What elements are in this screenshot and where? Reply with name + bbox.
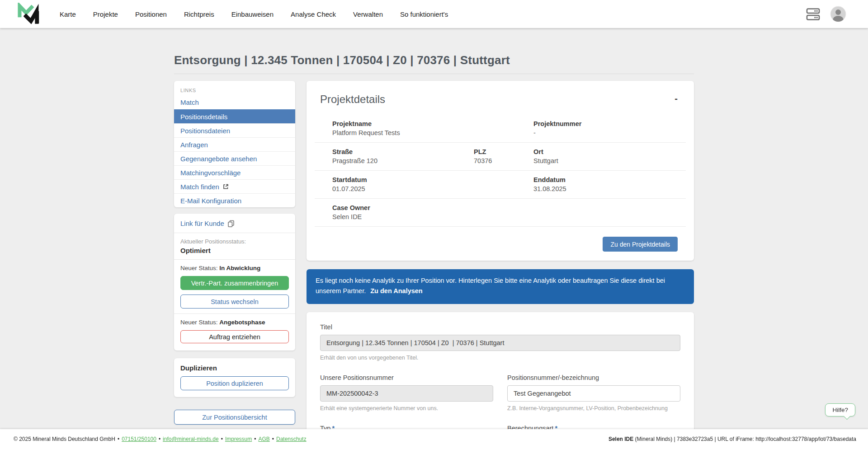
sidebar-item-gegenangebote[interactable]: Gegenangebote ansehen xyxy=(174,151,295,165)
mineral-minds-logo[interactable] xyxy=(16,3,40,25)
form-group-positionsnummer: Unsere Positionsnummer Erhält eine syste… xyxy=(320,374,493,412)
field-startdatum: Startdatum 01.07.2025 xyxy=(332,176,533,192)
field-projektnummer: Projektnummer - xyxy=(533,120,686,136)
bring-partners-together-button[interactable]: Vertr.-Part. zusammenbringen xyxy=(180,276,289,290)
duplicate-card: Duplizieren Position duplizieren xyxy=(174,358,295,397)
customer-link[interactable]: Link für Kunde xyxy=(180,220,235,227)
nav-item-richtpreis[interactable]: Richtpreis xyxy=(184,10,214,18)
bezeichnung-label: Positionsnummer/-bezeichnung xyxy=(507,374,680,381)
phone-link[interactable]: 07151/250100 xyxy=(122,436,156,442)
customer-link-label: Link für Kunde xyxy=(180,220,224,227)
nav-item-karte[interactable]: Karte xyxy=(60,10,76,18)
page-title: Entsorgung | 12.345 Tonnen | 170504 | Z0… xyxy=(174,53,694,67)
datenschutz-link[interactable]: Datenschutz xyxy=(276,436,307,442)
footer-session-details: (Mineral Minds) | 7383e32723a5 | URL of … xyxy=(633,436,856,442)
footer: © 2025 Mineral Minds Deutschland GmbH • … xyxy=(0,429,868,449)
project-details-card: Projektdetails - Projektname Platform Re… xyxy=(307,81,694,261)
field-ort: Ort Stuttgart xyxy=(533,148,686,164)
next-status-2: Neuer Status: Angebotsphase xyxy=(180,319,289,326)
bezeichnung-input[interactable] xyxy=(507,385,680,402)
links-card: LINKS Match Positionsdetails Positionsda… xyxy=(174,81,295,207)
nav-item-positionen[interactable]: Positionen xyxy=(135,10,167,18)
collapse-button[interactable]: - xyxy=(672,93,680,104)
withdraw-order-button[interactable]: Auftrag entziehen xyxy=(180,330,289,343)
sidebar-item-matchingvorschlaege[interactable]: Matchingvorschläge xyxy=(174,165,295,179)
server-dns-icon[interactable] xyxy=(806,8,820,21)
field-case-owner: Case Owner Selen IDE xyxy=(332,204,686,220)
copyright-text: © 2025 Mineral Minds Deutschland GmbH xyxy=(14,436,115,442)
separator: • xyxy=(254,436,256,442)
project-row: Case Owner Selen IDE xyxy=(315,199,686,227)
separator: • xyxy=(118,436,119,442)
project-row: Startdatum 01.07.2025 Enddatum 31.08.202… xyxy=(315,171,686,199)
sidebar: LINKS Match Positionsdetails Positionsda… xyxy=(174,81,295,425)
nav-right xyxy=(806,6,846,22)
top-nav: Karte Projekte Positionen Richtpreis Ein… xyxy=(0,0,868,28)
divider xyxy=(174,259,295,260)
change-status-button[interactable]: Status wechseln xyxy=(180,295,289,309)
field-strasse: Straße Pragstraße 120 xyxy=(332,148,474,164)
separator: • xyxy=(272,436,274,442)
current-status-label: Aktueller Positionsstatus: xyxy=(180,238,289,245)
to-project-details-button[interactable]: Zu den Projektdetails xyxy=(603,237,678,252)
external-link-icon xyxy=(222,183,229,190)
sidebar-item-label: Match finden xyxy=(180,183,219,191)
current-status-value: Optimiert xyxy=(180,247,289,254)
user-avatar[interactable] xyxy=(830,6,846,22)
positionsnummer-label: Unsere Positionsnummer xyxy=(320,374,493,381)
form-group-bezeichnung: Positionsnummer/-bezeichnung Z.B. Intern… xyxy=(507,374,680,412)
agb-link[interactable]: AGB xyxy=(258,436,269,442)
project-row: Projektname Platform Request Tests Proje… xyxy=(315,115,686,143)
titel-label: Titel xyxy=(320,323,680,331)
to-analyses-link[interactable]: Zu den Analysen xyxy=(370,287,422,295)
title-divider xyxy=(174,74,694,74)
nav-item-projekte[interactable]: Projekte xyxy=(93,10,118,18)
field-plz: PLZ 70376 xyxy=(474,148,533,164)
duplicate-card-title: Duplizieren xyxy=(180,364,289,372)
position-overview-button[interactable]: Zur Positionsübersicht xyxy=(174,410,295,425)
bezeichnung-helper: Z.B. Interne-Vorgangsnummer, LV-Position… xyxy=(507,405,680,412)
divider xyxy=(174,313,295,314)
sidebar-item-email-konfiguration[interactable]: E-Mail Konfiguration xyxy=(174,193,295,207)
banner-text: Es liegt noch keine Analytik zu Ihrer Po… xyxy=(316,277,665,295)
project-row: Straße Pragstraße 120 PLZ 70376 Ort Stut… xyxy=(315,143,686,171)
nav-item-analyse-check[interactable]: Analyse Check xyxy=(291,10,336,18)
nav-item-so-funktionierts[interactable]: So funktioniert's xyxy=(400,10,448,18)
footer-left: © 2025 Mineral Minds Deutschland GmbH • … xyxy=(14,436,307,442)
help-button[interactable]: Hilfe? xyxy=(825,403,855,416)
analytics-info-banner: Es liegt noch keine Analytik zu Ihrer Po… xyxy=(307,269,694,304)
field-enddatum: Enddatum 31.08.2025 xyxy=(533,176,686,192)
next-status-1: Neuer Status: In Abwicklung xyxy=(180,265,289,271)
position-form-card: Titel Erhält den von uns vorgegebenen Ti… xyxy=(307,312,694,449)
form-group-titel: Titel Erhält den von uns vorgegebenen Ti… xyxy=(320,323,680,361)
divider xyxy=(174,233,295,233)
main-content: Projektdetails - Projektname Platform Re… xyxy=(307,81,694,449)
copy-icon xyxy=(227,220,235,227)
nav-item-einbauweisen[interactable]: Einbauweisen xyxy=(231,10,274,18)
sidebar-item-positionsdetails[interactable]: Positionsdetails xyxy=(174,109,295,123)
links-card-header: LINKS xyxy=(174,84,295,95)
impressum-link[interactable]: Impressum xyxy=(225,436,252,442)
status-card: Link für Kunde Aktueller Positionsstatus… xyxy=(174,214,295,351)
separator: • xyxy=(221,436,223,442)
project-details-title: Projektdetails xyxy=(320,93,385,106)
sidebar-item-match[interactable]: Match xyxy=(174,95,295,109)
sidebar-item-positionsdateien[interactable]: Positionsdateien xyxy=(174,123,295,137)
separator: • xyxy=(159,436,160,442)
sidebar-item-match-finden[interactable]: Match finden xyxy=(174,179,295,193)
nav-menu: Karte Projekte Positionen Richtpreis Ein… xyxy=(60,10,448,18)
positionsnummer-input xyxy=(320,385,493,402)
field-projektname: Projektname Platform Request Tests xyxy=(332,120,533,136)
titel-input xyxy=(320,335,680,351)
footer-user-name: Selen IDE xyxy=(609,436,633,442)
sidebar-item-anfragen[interactable]: Anfragen xyxy=(174,137,295,151)
email-link[interactable]: info@mineral-minds.de xyxy=(163,436,219,442)
duplicate-position-button[interactable]: Position duplizieren xyxy=(180,376,289,390)
footer-session-info: Selen IDE (Mineral Minds) | 7383e32723a5… xyxy=(609,436,856,442)
titel-helper: Erhält den von uns vorgegebenen Titel. xyxy=(320,355,680,361)
nav-item-verwalten[interactable]: Verwalten xyxy=(353,10,383,18)
positionsnummer-helper: Erhält eine systemgenerierte Nummer von … xyxy=(320,405,493,412)
project-details-fields: Projektname Platform Request Tests Proje… xyxy=(315,115,686,227)
